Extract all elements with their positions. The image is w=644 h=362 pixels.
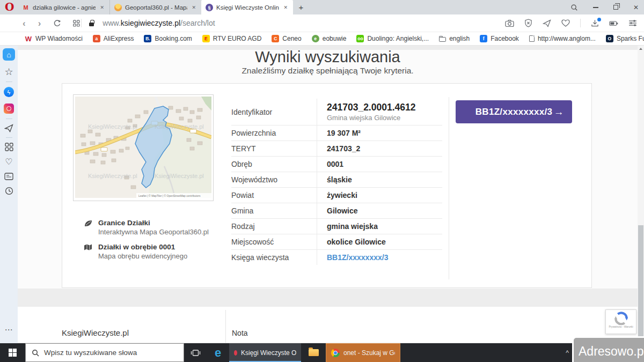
favorites-heart-icon[interactable] (561, 19, 570, 27)
start-button[interactable] (0, 343, 25, 362)
recaptcha-terms[interactable]: Prywatność - Warunki (609, 326, 633, 328)
search-icon[interactable] (570, 4, 578, 11)
tray-chevron-up-icon[interactable]: ^ (566, 343, 569, 362)
row-label: Miejscowość (231, 238, 317, 246)
personal-news-heart-icon[interactable]: ♡ (5, 158, 12, 166)
gmail-favicon: M (22, 4, 30, 11)
tab-title: Księgi Wieczyste Online - C (216, 4, 279, 11)
adblock-shield-icon[interactable] (524, 19, 532, 27)
lock-icon[interactable] (89, 23, 94, 26)
geoportal-favicon (114, 4, 122, 11)
row-value: 241703_2.0001.4612 (327, 102, 442, 113)
close-icon[interactable]: ✕ (633, 4, 639, 11)
downloads-icon[interactable] (591, 19, 599, 27)
svg-text:KsiegiWieczyste.pl: KsiegiWieczyste.pl (155, 123, 204, 130)
folder-icon (309, 349, 319, 356)
restore-icon[interactable] (613, 5, 618, 10)
recaptcha-badge[interactable]: Prywatność - Warunki (605, 309, 636, 334)
tab-close-icon[interactable]: ✕ (99, 4, 105, 11)
kw-number-label: BB1Z/xxxxxxxx/3 (475, 107, 552, 117)
bookmark-item[interactable]: W WP Wiadomości (25, 35, 83, 42)
opera-sidebar: ⌂ ☆ ϟ ♡ ⋯ (0, 46, 18, 343)
scroll-up-arrow-icon[interactable] (638, 46, 644, 52)
bookmark-item[interactable]: B. Booking.com (144, 35, 192, 42)
tab-title: Geoportal360.pl - Mapa In (125, 4, 187, 11)
row-label: Identyfikator (231, 108, 317, 116)
new-tab-button[interactable]: + (293, 0, 309, 14)
bookmarks-bar: W WP Wiadomości a AliExpress B. Booking.… (0, 32, 644, 46)
task-view-button[interactable] (184, 343, 207, 362)
bookmark-icon: oo (356, 35, 364, 42)
browser-window: O M działka gilowice - agnieszk ✕ Geopor… (0, 0, 644, 362)
opera-logo-icon[interactable]: O (5, 1, 14, 13)
bookmark-item[interactable]: e eobuwie (312, 35, 347, 42)
reload-icon[interactable] (53, 19, 61, 27)
speed-dial-home-icon[interactable]: ⌂ (3, 48, 15, 61)
chrome-task-button[interactable]: onet - Szukaj w Go... (326, 343, 400, 362)
bookmark-icon: f (480, 35, 487, 42)
browser-tab[interactable]: § Księgi Wieczyste Online - C ✕ (201, 0, 293, 14)
folded-map-icon (84, 243, 93, 260)
settings-sliders-icon[interactable] (628, 19, 637, 27)
news-reader-icon[interactable] (4, 173, 13, 180)
row-value: 241703_2 (327, 144, 442, 153)
bookmark-icon: a (93, 35, 100, 42)
messenger-icon[interactable]: ϟ (4, 87, 14, 97)
footer-brand: KsiegiWieczyste.pl (62, 328, 129, 337)
opera-icon (234, 350, 237, 356)
taskbar-search-input[interactable]: Wpisz tu wyszukiwane słowa (25, 343, 184, 362)
opera-task-button[interactable]: Księgi Wieczyste O... (229, 343, 301, 362)
kw-number-link[interactable]: BB1Z/xxxxxxxx/3 (327, 253, 442, 262)
bookmark-item[interactable]: C Ceneo (272, 35, 301, 42)
bookmark-item[interactable]: O Sparks Fun Zone (606, 35, 644, 42)
bookmark-label: english (449, 35, 470, 42)
sidebar-setup-icon[interactable]: ⋯ (5, 325, 13, 335)
bookmark-label: Facebook (491, 35, 519, 42)
bookmark-label: Sparks Fun Zone (617, 35, 644, 42)
battery-saver-icon[interactable] (609, 19, 618, 27)
back-icon[interactable]: ‹ (23, 19, 26, 28)
browser-tab[interactable]: Geoportal360.pl - Mapa In ✕ (109, 0, 201, 14)
bookmark-item[interactable]: http://www.anglom... (529, 35, 596, 42)
row-label: TERYT (231, 144, 317, 153)
telegram-send-icon[interactable] (4, 124, 13, 132)
bookmark-item[interactable]: f Facebook (480, 35, 519, 42)
download-notification-dot (597, 18, 601, 21)
legend-item-obreb[interactable]: Działki w obrębie 0001 Mapa obrębu ewide… (84, 243, 209, 260)
kw-number-button[interactable]: BB1Z/xxxxxxxx/3 → (456, 100, 572, 123)
legend-item-granice[interactable]: Granice Działki Interaktywna Mapa Geopor… (84, 219, 209, 236)
forward-icon[interactable]: › (38, 19, 41, 28)
bookmark-item[interactable]: E RTV EURO AGD (202, 35, 261, 42)
browser-tab[interactable]: M działka gilowice - agnieszk ✕ (18, 0, 109, 14)
row-label: Województwo (231, 175, 317, 184)
bookmarks-star-icon[interactable]: ☆ (4, 67, 13, 77)
tab-close-icon[interactable]: ✕ (191, 4, 197, 11)
divider (6, 82, 12, 82)
ksiegi-favicon: § (206, 4, 213, 11)
map-legend: Granice Działki Interaktywna Mapa Geopor… (84, 219, 209, 260)
map-thumbnail[interactable]: KsiegiWieczyste.pl KsiegiWieczyste.pl Ks… (73, 94, 214, 201)
task-view-icon (191, 349, 201, 357)
snapshot-camera-icon[interactable] (505, 19, 514, 27)
history-clock-icon[interactable] (5, 187, 13, 195)
vertical-scrollbar[interactable] (638, 46, 644, 343)
section-gap (18, 289, 638, 307)
divider (6, 119, 12, 119)
minimize-icon[interactable] (593, 7, 598, 8)
tab-strip: O M działka gilowice - agnieszk ✕ Geopor… (0, 0, 644, 14)
bookmark-item[interactable]: a AliExpress (93, 35, 134, 42)
table-row: Miejscowość okolice Gilowice (231, 234, 442, 249)
divider (225, 310, 226, 343)
tab-close-icon[interactable]: ✕ (282, 4, 289, 11)
table-row: Identyfikator 241703_2.0001.4612 Gmina w… (231, 99, 442, 125)
scrollbar-thumb[interactable] (638, 225, 643, 343)
speed-dial-icon[interactable] (73, 20, 80, 27)
url-field[interactable]: www. ksiegiwieczyste.pl /search/lot (103, 19, 215, 27)
workspaces-grid-icon[interactable] (5, 143, 13, 151)
bookmark-item[interactable]: oo Duolingo: Angielski,... (356, 35, 429, 42)
file-explorer-button[interactable] (301, 343, 326, 362)
edge-taskbar-button[interactable]: e (207, 343, 229, 362)
instagram-icon[interactable] (4, 104, 14, 114)
bookmark-item[interactable]: english (439, 35, 470, 42)
my-flow-send-icon[interactable] (543, 19, 551, 27)
